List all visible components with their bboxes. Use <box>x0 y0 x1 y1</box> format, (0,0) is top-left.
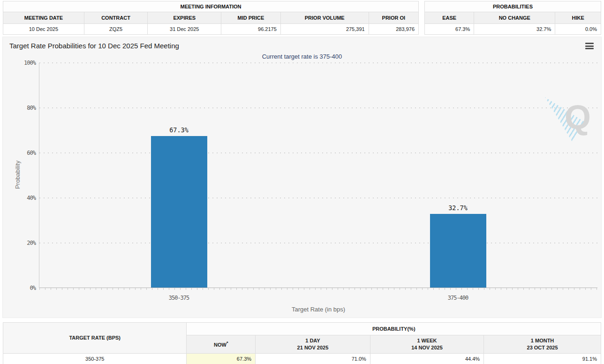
col-meeting-date: MEETING DATE <box>3 12 84 24</box>
chart-title: Target Rate Probabilities for 10 Dec 202… <box>9 42 595 50</box>
probability-pct-header: PROBABILITY(%) <box>187 323 601 335</box>
probabilities-title: PROBABILITIES <box>425 1 601 12</box>
now-header: NOW* <box>187 335 256 354</box>
no-change-value: 32.7% <box>474 24 555 35</box>
y-tick-80: 80% <box>27 105 36 111</box>
bar-375-400: 32.7% <box>430 62 486 288</box>
y-tick-40: 40% <box>27 195 36 201</box>
plot-area: 67.3% 32.7% 350-375 375-400 Target Rate … <box>39 63 597 288</box>
col-expires: EXPIRES <box>148 12 221 24</box>
one-month-value: 91.1% <box>484 353 601 364</box>
one-day-header: 1 DAY21 NOV 2025 <box>256 335 370 354</box>
chart-area: Probability 100% 80% 60% 40% 20% 0% 67.3… <box>3 61 601 312</box>
gridline-100 <box>39 62 597 63</box>
probabilities-row: 67.3% 32.7% 0.0% <box>425 24 601 35</box>
prior-volume-value: 275,391 <box>280 24 369 35</box>
bar-value-label: 67.3% <box>169 126 189 134</box>
chart-menu-icon[interactable] <box>585 43 594 49</box>
rate-cell: 350-375 <box>3 353 187 364</box>
col-ease: EASE <box>425 12 474 24</box>
x-tick-375-400: 375-400 <box>448 295 468 301</box>
mid-price-value: 96.2175 <box>221 24 281 35</box>
probabilities-summary-table: PROBABILITIES EASE NO CHANGE HIKE 67.3% … <box>424 1 601 35</box>
gridline-60 <box>39 152 597 153</box>
contract-value: ZQZ5 <box>84 24 148 35</box>
gridline-40 <box>39 197 597 198</box>
probability-history-table: TARGET RATE (BPS) PROBABILITY(%) NOW* 1 … <box>3 322 601 364</box>
meeting-information-table: MEETING INFORMATION MEETING DATE CONTRAC… <box>3 1 419 35</box>
one-week-header: 1 WEEK14 NOV 2025 <box>370 335 483 354</box>
one-week-value: 44.4% <box>370 353 483 364</box>
x-axis-title: Target Rate (in bps) <box>39 306 597 313</box>
ease-value: 67.3% <box>425 24 474 35</box>
y-tick-100: 100% <box>24 60 36 66</box>
col-mid-price: MID PRICE <box>221 12 281 24</box>
now-value: 67.3% <box>187 353 256 364</box>
col-contract: CONTRACT <box>84 12 148 24</box>
x-tick-350-375: 350-375 <box>169 295 189 301</box>
col-hike: HIKE <box>555 12 601 24</box>
bar-350-375: 67.3% <box>151 62 207 288</box>
chart-subtitle: Current target rate is 375-400 <box>3 53 601 60</box>
y-axis-ticks: 100% 80% 60% 40% 20% 0% <box>3 63 36 288</box>
y-tick-20: 20% <box>27 240 36 246</box>
one-month-header: 1 MONTH23 OCT 2025 <box>484 335 601 354</box>
meeting-information-title: MEETING INFORMATION <box>3 1 419 12</box>
hike-value: 0.0% <box>555 24 601 35</box>
col-no-change: NO CHANGE <box>474 12 555 24</box>
meeting-information-row: 10 Dec 2025 ZQZ5 31 Dec 2025 96.2175 275… <box>3 24 419 35</box>
now-asterisk: * <box>226 341 228 345</box>
target-rate-bps-header: TARGET RATE (BPS) <box>3 323 187 354</box>
meeting-date-value: 10 Dec 2025 <box>3 24 84 35</box>
bar-rect-375-400[interactable] <box>430 214 486 288</box>
col-prior-volume: PRIOR VOLUME <box>280 12 369 24</box>
gridline-80 <box>39 107 597 108</box>
y-tick-60: 60% <box>27 150 36 156</box>
table-row-350-375: 350-375 67.3% 71.0% 44.4% 91.1% <box>3 353 601 364</box>
y-tick-0: 0% <box>30 285 36 291</box>
prior-oi-value: 283,976 <box>369 24 418 35</box>
bar-rect-350-375[interactable] <box>151 136 207 288</box>
col-prior-oi: PRIOR OI <box>369 12 418 24</box>
target-rate-chart-panel: Target Rate Probabilities for 10 Dec 202… <box>2 37 602 318</box>
x-axis-minor-ticks <box>39 288 597 290</box>
one-day-value: 71.0% <box>256 353 370 364</box>
expires-value: 31 Dec 2025 <box>148 24 221 35</box>
bar-value-label: 32.7% <box>448 204 468 212</box>
summary-tables: MEETING INFORMATION MEETING DATE CONTRAC… <box>0 0 604 35</box>
gridline-20 <box>39 243 597 243</box>
